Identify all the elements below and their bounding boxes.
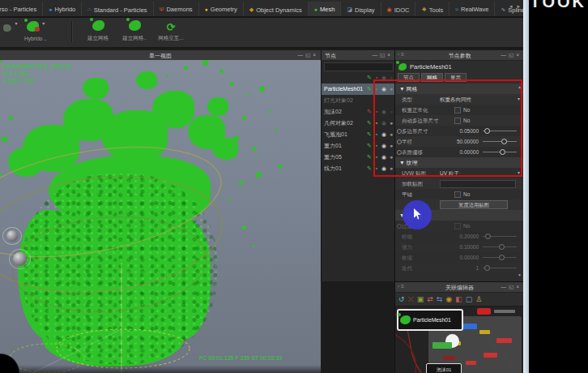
param-row-加载贴图[interactable]: 加载贴图	[395, 178, 524, 189]
checkbox[interactable]	[454, 191, 461, 198]
menu-tab-tools[interactable]: ❖Tools	[415, 2, 450, 18]
param-row-平铺[interactable]: 平铺No	[395, 189, 524, 199]
monitor-icon[interactable]: ▢	[466, 295, 473, 303]
scroll-down-icon[interactable]: ▼	[518, 272, 522, 277]
menu-tab-object-dynamics[interactable]: ◆Object Dynamics	[244, 2, 309, 18]
menu-tab-mesh[interactable]: ●Mesh	[309, 2, 342, 18]
graph-node-particlemesh[interactable]: ParticleMesh01	[397, 309, 463, 331]
viewport-3d[interactable]: ParticleMesh 粒子 195,130 M F 1,162 V 662 …	[0, 60, 321, 373]
pencil-icon[interactable]: ✎	[366, 84, 373, 95]
sphere-gizmo[interactable]	[13, 252, 27, 266]
param-value[interactable]: 0.20000	[441, 231, 479, 242]
checkbox-state: No	[463, 221, 470, 231]
hybrido-label: Hybrido ..	[24, 36, 47, 41]
menu-tab-icon: ●	[314, 6, 317, 12]
param-slider[interactable]	[483, 247, 517, 247]
menu-tab-icon: ◉	[387, 6, 392, 13]
menu-tab-dyverso-particles[interactable]: ●Dyverso - Particles	[0, 2, 43, 18]
viewport-window-buttons[interactable]: —◱×	[298, 52, 318, 58]
recycle-icon: ⟳	[167, 22, 176, 32]
close-icon[interactable]: ×	[387, 52, 393, 58]
tool-dropdown-small[interactable]: ▾	[3, 20, 17, 35]
toolbar-button-建立网格[interactable]: 建立网格	[81, 19, 115, 42]
menu-tab-geometry[interactable]: ●Geometry	[199, 2, 244, 18]
param-label: 张力	[402, 242, 412, 252]
particle-mesh-icon	[398, 63, 407, 71]
param-slider[interactable]	[483, 268, 517, 268]
sphere-gizmo[interactable]	[6, 230, 18, 242]
checkbox[interactable]	[454, 223, 461, 229]
close-icon[interactable]: ×	[313, 52, 318, 58]
palette-icon[interactable]: ◉	[445, 295, 452, 303]
checkbox-state: No	[463, 189, 470, 199]
pencil-icon[interactable]: ✎	[366, 106, 373, 118]
nodes-icon[interactable]: ◧	[455, 295, 462, 303]
float-icon[interactable]: ◱	[509, 284, 516, 289]
realflow-window: ●Dyverso - Particles●Hybrido∴Standard - …	[0, 0, 588, 373]
hybrido-dropdown[interactable]: ▾ Hybrido ..	[24, 20, 47, 41]
menu-tab-hybrido[interactable]: ●Hybrido	[43, 2, 82, 18]
param-value[interactable]: 1	[441, 263, 479, 273]
close-icon[interactable]: ×	[516, 284, 522, 289]
param-slider[interactable]	[483, 257, 517, 258]
navigator-node-block	[496, 338, 512, 343]
menu-scroll-arrows[interactable]: ◂ ▸	[509, 3, 522, 10]
graph-canvas[interactable]: ParticleMesh01 泡沫01	[395, 307, 524, 373]
chevron-down-icon: ▾	[42, 21, 45, 26]
menu-tab-icon: ●	[205, 6, 208, 12]
pencil-icon[interactable]: ✎	[366, 118, 373, 129]
minimize-icon[interactable]: —	[501, 284, 509, 289]
red-flag-badge[interactable]	[477, 308, 491, 315]
viewport-bottom-shadow	[0, 365, 321, 373]
splash-icon	[129, 20, 141, 31]
text-field[interactable]	[440, 180, 516, 188]
menu-tab-label: IDOC	[394, 6, 410, 14]
slider-knob[interactable]	[484, 265, 490, 271]
pencil-icon[interactable]: ✎	[366, 129, 373, 140]
tool-small-icon	[3, 24, 11, 32]
slider-knob[interactable]	[499, 255, 505, 260]
menu-tab-realwave[interactable]: ≈RealWave	[450, 2, 495, 18]
param-value[interactable]: 0.00000	[441, 252, 479, 263]
menu-tab-label: Daemons	[166, 6, 192, 13]
float-icon[interactable]: ◱	[305, 52, 313, 58]
break-link-icon[interactable]: ⤫	[408, 295, 414, 303]
close-icon[interactable]: ×	[516, 52, 522, 58]
menu-tab-idoc[interactable]: ◉IDOC	[381, 2, 416, 18]
menu-tab-daemons[interactable]: ΨDaemons	[154, 2, 199, 18]
param-row-张力[interactable]: 张力0.10000	[395, 242, 524, 252]
param-row-松弛[interactable]: 松弛0.20000	[395, 231, 524, 242]
param-slider[interactable]	[483, 236, 517, 237]
link-out-icon[interactable]: ⇄	[427, 295, 433, 303]
nodes-filter-input[interactable]	[324, 62, 394, 71]
float-icon[interactable]: ◱	[509, 52, 516, 58]
menu-tab-standard-particles[interactable]: ∴Standard - Particles	[82, 2, 153, 18]
video-caption-partial: TOOK	[530, 0, 586, 11]
toolbar-button-label: 网格交互...	[154, 35, 188, 42]
pencil-icon[interactable]: ✎	[366, 152, 373, 163]
pencil-icon[interactable]: ✎	[366, 72, 373, 84]
slider-knob[interactable]	[485, 234, 491, 239]
param-row-收缩[interactable]: 收缩0.00000	[395, 252, 524, 263]
graph-status-text	[494, 310, 515, 313]
link-in-icon[interactable]: ⇆	[437, 295, 443, 303]
param-row-迭代[interactable]: 迭代1	[395, 263, 524, 273]
toolbar-button-网格交互-[interactable]: ⟳网格交互...	[154, 19, 188, 42]
graph-node-partial[interactable]: 泡沫01	[426, 363, 462, 373]
mouse-cursor-icon	[414, 208, 423, 220]
pencil-icon[interactable]: ✎	[366, 163, 373, 174]
folder-icon[interactable]: ▣	[417, 295, 424, 303]
toolbar-button-建立网格-[interactable]: 建立网格..	[117, 19, 151, 42]
param-button[interactable]: 宽度适用贴图	[440, 200, 508, 209]
sync-icon[interactable]: ↺	[398, 295, 405, 303]
minimize-icon[interactable]: —	[373, 52, 381, 58]
menu-tab-display[interactable]: ◪Display	[341, 2, 381, 18]
person-icon[interactable]: ♙	[475, 295, 482, 303]
node-row-label: 泡沫02	[324, 109, 342, 114]
minimize-icon[interactable]: —	[298, 52, 306, 58]
param-value[interactable]: 0.10000	[441, 242, 479, 252]
pencil-icon[interactable]: ✎	[366, 140, 373, 152]
minimize-icon[interactable]: —	[501, 52, 509, 58]
slider-knob[interactable]	[499, 244, 505, 250]
float-icon[interactable]: ◱	[380, 52, 387, 58]
